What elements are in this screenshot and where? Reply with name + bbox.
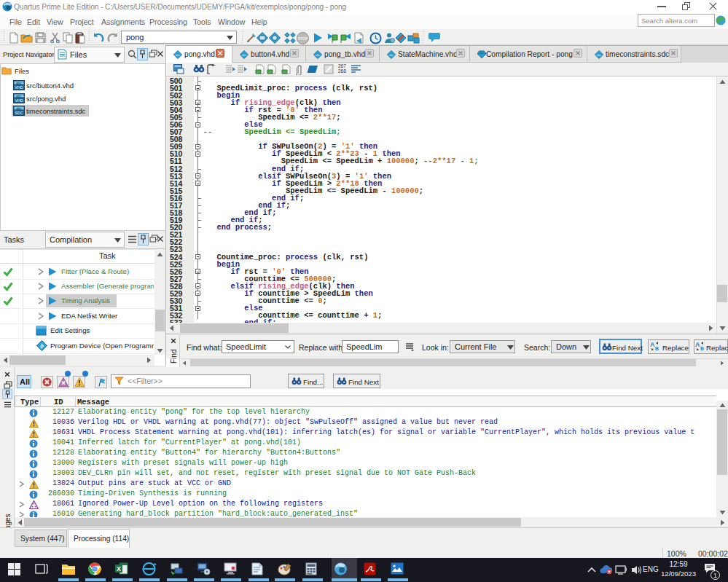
svg-text:abc: abc [176,53,181,57]
svg-text:abc: abc [597,53,602,57]
svg-text:STOP: STOP [298,36,308,41]
svg-text:SDC: SDC [15,111,23,115]
svg-text:abc: abc [16,95,22,98]
svg-text:abc: abc [316,53,321,57]
svg-text:A: A [650,341,655,348]
svg-text:abc: abc [389,53,394,57]
svg-text:abc: abc [242,53,247,57]
svg-text:VHD: VHD [15,85,23,90]
svg-text:abc: abc [16,82,22,85]
svg-text:VHD: VHD [15,98,23,103]
svg-text:B: B [655,346,659,351]
svg-text:X: X [117,565,121,573]
svg-text:B: B [700,346,704,351]
svg-text:A: A [695,341,700,348]
svg-text:abc: abc [16,107,22,111]
